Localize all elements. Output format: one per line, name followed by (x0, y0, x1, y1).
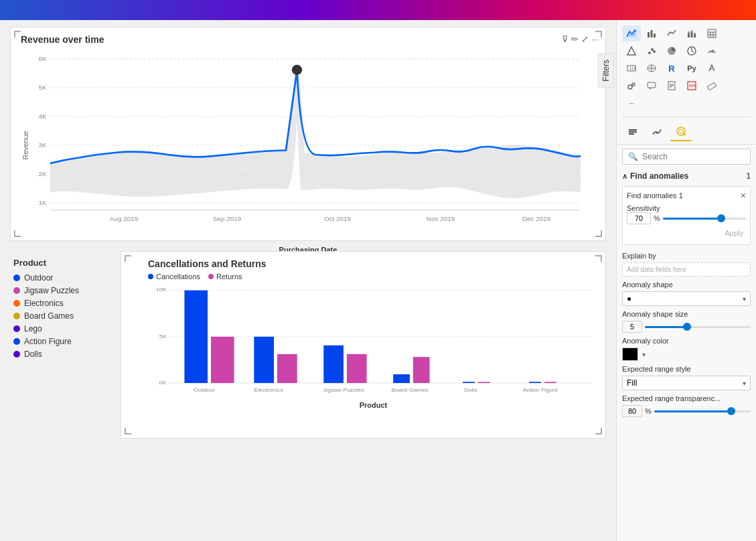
legend-item-jigsaw: Jigsaw Puzzles (13, 286, 117, 295)
document-icon[interactable] (662, 78, 681, 94)
color-dropdown-arrow[interactable]: ▾ (642, 351, 646, 358)
transparency-slider-thumb[interactable] (727, 407, 735, 415)
smart-narrative-icon[interactable] (670, 123, 692, 141)
svg-text:5K: 5K (159, 333, 167, 339)
toolbar-divider (622, 117, 751, 117)
product-legend: Product Outdoor Jigsaw Puzzles Electroni… (10, 251, 121, 439)
ai-icon[interactable] (702, 60, 721, 76)
more-icon[interactable]: ··· (591, 34, 599, 44)
svg-text:Oct 2019: Oct 2019 (324, 215, 351, 222)
pie-chart-icon[interactable] (662, 43, 681, 59)
eraser-icon[interactable] (702, 78, 721, 94)
stacked-bar-icon[interactable] (682, 25, 701, 42)
sensitivity-label: Sensitivity (627, 204, 746, 212)
slider-thumb[interactable] (717, 214, 725, 222)
svg-rect-33 (648, 32, 650, 37)
lego-label: Lego (24, 324, 42, 333)
jigsaw-cancellations-bar[interactable] (323, 345, 344, 383)
sensitivity-value[interactable]: 70 (627, 212, 651, 224)
map-icon[interactable] (642, 60, 661, 76)
size-slider-thumb[interactable] (683, 323, 691, 331)
gauge-icon[interactable] (702, 43, 721, 59)
bubble-chart-icon[interactable] (622, 78, 641, 94)
anomaly-color-swatch[interactable] (622, 347, 638, 361)
card-icon[interactable]: 123 (622, 60, 641, 76)
transparency-slider-track (654, 410, 751, 412)
electronics-cancellations-bar[interactable] (254, 337, 274, 383)
svg-point-48 (648, 52, 651, 54)
svg-text:10K: 10K (156, 287, 167, 293)
outdoor-label: Outdoor (24, 273, 53, 283)
scatter-icon[interactable] (642, 43, 661, 59)
svg-rect-36 (688, 33, 690, 37)
area-chart-icon[interactable] (622, 25, 641, 42)
actionfigure-cancellations-bar[interactable] (529, 382, 541, 383)
size-slider-track (645, 326, 751, 328)
svg-marker-47 (627, 47, 635, 55)
kpi-icon[interactable]: KPI (682, 78, 701, 94)
svg-text:Nov 2019: Nov 2019 (427, 215, 455, 222)
py-icon[interactable]: Py (682, 60, 701, 76)
anomaly-shape-dropdown[interactable]: ● ▾ (622, 291, 751, 306)
svg-rect-70 (707, 82, 716, 90)
boardgames-label: Board Games (24, 311, 74, 321)
dolls-returns-bar[interactable] (478, 382, 490, 383)
sensitivity-slider[interactable] (663, 214, 746, 223)
svg-text:5K: 5K (38, 84, 47, 91)
anomaly-color-label: Anomaly color (622, 337, 751, 345)
svg-text:6K: 6K (38, 55, 47, 62)
speech-icon[interactable] (642, 78, 661, 94)
apply-button[interactable]: Apply (725, 229, 743, 237)
bar-x-axis-label: Product (148, 401, 599, 409)
outdoor-cancellations-bar[interactable] (184, 291, 208, 383)
anomaly-card-close[interactable]: × (741, 191, 746, 200)
filter-icon[interactable]: ⊽ (562, 34, 569, 44)
style-dropdown-arrow: ▾ (743, 380, 746, 387)
svg-text:2K: 2K (38, 170, 47, 177)
table-icon[interactable] (702, 25, 721, 42)
r-icon[interactable]: R (662, 60, 681, 76)
svg-rect-40 (694, 34, 696, 37)
search-box[interactable]: 🔍 (622, 149, 751, 165)
electronics-returns-bar[interactable] (277, 354, 297, 383)
revenue-chart-title: Revenue over time (21, 34, 595, 45)
actionfigure-label: Action Figure (24, 337, 72, 346)
search-input[interactable] (642, 152, 745, 161)
boardgames-returns-bar[interactable] (413, 357, 430, 383)
transparency-row: 80 % (622, 405, 751, 417)
bar-chart-icon[interactable] (642, 25, 661, 42)
filters-tab[interactable]: Filters (598, 54, 614, 88)
more-visuals-icon[interactable]: ··· (622, 95, 641, 111)
explain-by-box[interactable]: Add data fields here (622, 262, 751, 277)
boardgames-cancellations-bar[interactable] (393, 374, 410, 383)
special-icons-row (617, 120, 756, 145)
line-chart-icon[interactable] (662, 25, 681, 42)
actionfigure-dot (13, 338, 20, 345)
expected-range-style-dropdown[interactable]: Fill ▾ (622, 376, 751, 390)
dolls-cancellations-bar[interactable] (463, 382, 475, 383)
find-anomalies-header[interactable]: ∧ Find anomalies 1 (617, 169, 756, 183)
outdoor-returns-bar[interactable] (211, 337, 234, 383)
actionfigure-returns-bar[interactable] (544, 382, 556, 383)
jigsaw-returns-bar[interactable] (347, 354, 367, 383)
svg-point-62 (632, 83, 635, 86)
triangle-chart-icon[interactable] (622, 43, 641, 59)
transparency-slider[interactable] (654, 406, 751, 416)
anomaly-size-value[interactable]: 5 (622, 321, 642, 333)
edit-icon[interactable]: ✏ (571, 34, 579, 44)
svg-point-50 (653, 50, 656, 53)
svg-text:123: 123 (629, 66, 636, 70)
transparency-value[interactable]: 80 (622, 405, 642, 417)
toolbar-grid: 123 R Py KPI ··· (617, 20, 756, 114)
clock-icon[interactable] (682, 43, 701, 59)
expand-icon[interactable]: ⤢ (581, 34, 589, 44)
cancellations-label: Cancellations (156, 273, 200, 281)
analytics-icon[interactable] (646, 123, 668, 141)
returns-dot (208, 274, 214, 279)
size-slider-fill (645, 326, 687, 328)
format-icon[interactable] (622, 123, 644, 141)
sensitivity-unit: % (654, 214, 660, 222)
anomaly-color-row: ▾ (622, 347, 751, 361)
size-slider[interactable] (645, 322, 751, 331)
jigsaw-dot (13, 287, 20, 294)
